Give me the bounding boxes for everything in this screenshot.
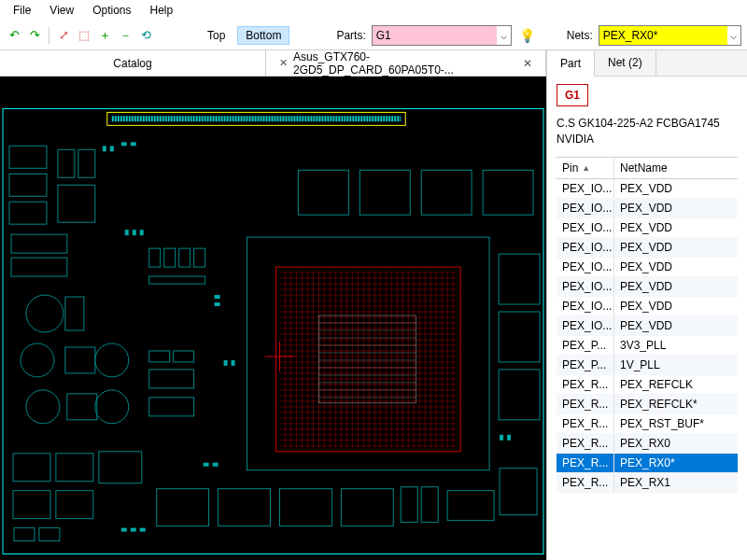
tab-part[interactable]: Part xyxy=(547,51,595,77)
svg-rect-129 xyxy=(103,146,106,151)
svg-rect-133 xyxy=(125,230,129,235)
net-cell: PEX_VDD xyxy=(614,179,738,198)
svg-rect-82 xyxy=(9,146,47,168)
pin-row[interactable]: PEX_R...PEX_REFCLK xyxy=(557,375,738,395)
pin-table-header: Pin▲ NetName xyxy=(557,158,738,179)
svg-rect-128 xyxy=(500,469,537,515)
svg-rect-84 xyxy=(9,202,47,224)
refresh-icon[interactable]: ⟲ xyxy=(137,27,154,44)
part-ref-badge: G1 xyxy=(557,84,588,106)
net-cell: 1V_PLL xyxy=(614,356,738,374)
pin-row[interactable]: PEX_IO...PEX_VDD xyxy=(557,218,738,238)
pin-table[interactable]: Pin▲ NetName PEX_IO...PEX_VDDPEX_IO...PE… xyxy=(557,157,738,553)
pin-row[interactable]: PEX_P...1V_PLL xyxy=(557,356,738,375)
pin-row[interactable]: PEX_IO...PEX_VDD xyxy=(557,297,738,316)
tab-design-file-label: Asus_GTX760-2GD5_DP_CARD_60PA05T0-... xyxy=(293,50,517,77)
layer-bottom-button[interactable]: Bottom xyxy=(237,26,289,45)
pin-row[interactable]: PEX_IO...PEX_VDD xyxy=(557,258,738,277)
chevron-down-icon[interactable]: ⌵ xyxy=(727,29,740,42)
svg-rect-127 xyxy=(447,491,494,521)
svg-rect-113 xyxy=(359,170,410,215)
svg-rect-99 xyxy=(56,454,93,482)
svg-rect-130 xyxy=(110,146,114,151)
menu-help[interactable]: Help xyxy=(141,2,183,19)
svg-rect-98 xyxy=(13,454,50,482)
parts-combo[interactable]: ⌵ xyxy=(372,25,512,46)
zoom-region-icon[interactable]: ⬚ xyxy=(76,27,92,44)
svg-rect-141 xyxy=(213,463,218,467)
pin-cell: PEX_P... xyxy=(557,336,614,355)
part-panel: G1 C.S GK104-225-A2 FCBGA1745 NVIDIA Pin… xyxy=(547,77,747,560)
net-cell: PEX_REFCLK xyxy=(614,375,738,394)
svg-rect-105 xyxy=(157,489,209,526)
svg-rect-137 xyxy=(215,302,220,306)
svg-rect-85 xyxy=(58,149,75,177)
toolbar: ↶ ↷ ⤢ ⬚ ＋ － ⟲ Top Bottom Parts: ⌵ 💡 Nets… xyxy=(0,21,747,50)
pin-row[interactable]: PEX_IO...PEX_VDD xyxy=(557,179,738,199)
svg-rect-145 xyxy=(500,435,503,441)
zoom-fit-icon[interactable]: ⤢ xyxy=(55,27,72,44)
svg-point-92 xyxy=(21,343,54,377)
chevron-down-icon[interactable]: ⌵ xyxy=(497,29,510,42)
menu-file[interactable]: File xyxy=(4,2,40,19)
layer-top-button[interactable]: Top xyxy=(199,26,233,45)
col-netname[interactable]: NetName xyxy=(614,158,738,178)
zoom-out-icon[interactable]: － xyxy=(117,27,134,44)
svg-rect-131 xyxy=(121,142,127,146)
svg-rect-124 xyxy=(149,398,194,416)
svg-rect-89 xyxy=(11,258,67,276)
sort-asc-icon: ▲ xyxy=(582,163,590,173)
tab-catalog[interactable]: Catalog xyxy=(0,50,266,76)
pin-cell: PEX_R... xyxy=(557,454,614,472)
net-cell: PEX_RST_BUF* xyxy=(614,414,738,433)
part-description: C.S GK104-225-A2 FCBGA1745 NVIDIA xyxy=(557,116,738,147)
svg-rect-107 xyxy=(279,489,331,526)
svg-rect-103 xyxy=(14,528,35,541)
pin-cell: PEX_IO... xyxy=(557,199,614,217)
pin-row[interactable]: PEX_R...PEX_RX1 xyxy=(557,473,738,493)
svg-rect-83 xyxy=(9,174,47,196)
highlight-icon[interactable]: 💡 xyxy=(519,28,535,43)
svg-rect-121 xyxy=(149,351,170,362)
pin-row[interactable]: PEX_IO...PEX_VDD xyxy=(557,238,738,258)
redo-icon[interactable]: ↷ xyxy=(26,27,43,44)
pin-row[interactable]: PEX_P...3V3_PLL xyxy=(557,336,738,356)
svg-rect-111 xyxy=(499,370,540,420)
svg-rect-4 xyxy=(275,267,460,452)
net-cell: PEX_VDD xyxy=(614,218,738,237)
svg-rect-102 xyxy=(56,491,93,519)
pcb-viewer[interactable] xyxy=(0,77,546,560)
zoom-in-icon[interactable]: ＋ xyxy=(96,27,113,44)
pin-row[interactable]: PEX_R...PEX_RST_BUF* xyxy=(557,414,738,434)
svg-rect-93 xyxy=(65,347,95,373)
svg-rect-104 xyxy=(39,528,60,541)
svg-rect-123 xyxy=(149,370,194,388)
tab-design-file[interactable]: ✕ Asus_GTX760-2GD5_DP_CARD_60PA05T0-... … xyxy=(266,50,546,76)
shuffle-icon: ✕ xyxy=(279,57,288,69)
net-cell: PEX_RX0* xyxy=(614,454,738,472)
pin-row[interactable]: PEX_IO...PEX_VDD xyxy=(557,316,738,336)
menu-options[interactable]: Options xyxy=(83,2,140,19)
pin-row[interactable]: PEX_R...PEX_RX0 xyxy=(557,434,738,454)
pin-row[interactable]: PEX_IO...PEX_VDD xyxy=(557,277,738,297)
menu-view[interactable]: View xyxy=(40,2,83,19)
pin-row[interactable]: PEX_IO...PEX_VDD xyxy=(557,199,738,218)
col-pin[interactable]: Pin▲ xyxy=(557,158,614,178)
svg-rect-144 xyxy=(140,528,146,532)
nets-input[interactable] xyxy=(599,26,727,45)
pin-row[interactable]: PEX_R...PEX_REFCLK* xyxy=(557,395,738,414)
tab-net[interactable]: Net (2) xyxy=(595,50,656,76)
svg-rect-138 xyxy=(224,360,228,366)
net-cell: PEX_VDD xyxy=(614,238,738,257)
pin-row[interactable]: PEX_R...PEX_RX0* xyxy=(557,454,738,473)
close-icon[interactable]: ✕ xyxy=(523,57,532,70)
parts-input[interactable] xyxy=(373,26,498,45)
undo-icon[interactable]: ↶ xyxy=(6,27,22,44)
pcb-canvas[interactable] xyxy=(0,77,546,560)
pin-cell: PEX_R... xyxy=(557,395,614,413)
svg-rect-110 xyxy=(499,312,540,362)
net-cell: PEX_VDD xyxy=(614,277,738,296)
nets-combo[interactable]: ⌵ xyxy=(599,25,741,46)
net-cell: PEX_VDD xyxy=(614,316,738,335)
main-area: Catalog ✕ Asus_GTX760-2GD5_DP_CARD_60PA0… xyxy=(0,50,747,560)
